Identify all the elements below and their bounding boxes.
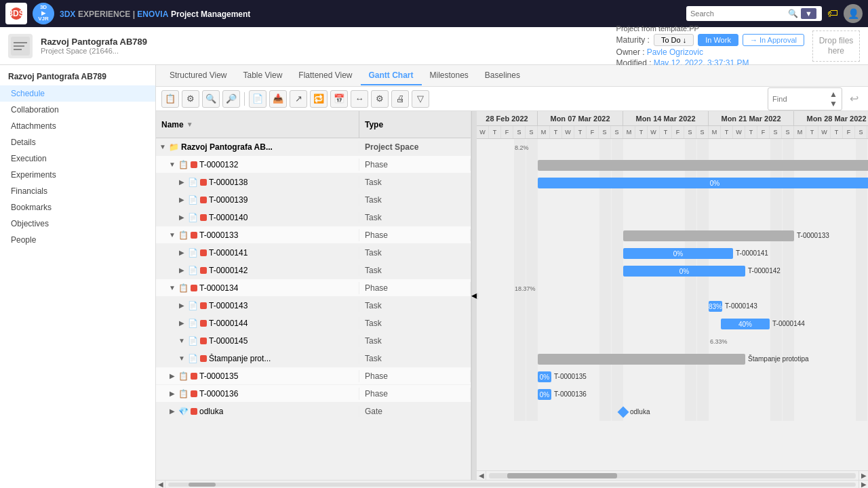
gantt-row[interactable]: odluka <box>477 403 868 421</box>
gantt-bar[interactable]: 0% <box>538 389 551 400</box>
toolbar-btn-filter[interactable]: ▽ <box>412 90 429 108</box>
sidebar-item-schedule[interactable]: Schedule <box>0 85 155 102</box>
sidebar-item-financials[interactable]: Financials <box>0 183 155 199</box>
table-row[interactable]: ▶📄T-0000140Task <box>156 209 471 226</box>
gantt-row[interactable]: 83%T-0000143 <box>477 298 868 315</box>
table-row[interactable]: ▶📄T-0000143Task <box>156 297 471 314</box>
sidebar-project-title[interactable]: Razvoj Pantografa AB789 <box>0 68 155 85</box>
expand-button[interactable]: ▼ <box>159 143 167 151</box>
expand-button[interactable]: ▼ <box>178 354 186 363</box>
collapse-handle[interactable]: ◀ <box>471 111 477 480</box>
table-row[interactable]: ▼📋T-0000132Phase <box>156 156 471 174</box>
find-box[interactable]: ▲▼ <box>768 87 842 110</box>
expand-button[interactable]: ▶ <box>178 319 186 327</box>
sidebar-item-people[interactable]: People <box>0 232 155 248</box>
col-name-filter[interactable]: ▼ <box>184 119 196 129</box>
expand-button[interactable]: ▶ <box>178 214 186 222</box>
sidebar-item-collaboration[interactable]: Collaboration <box>0 102 155 118</box>
sidebar-item-attachments[interactable]: Attachments <box>0 118 155 134</box>
scroll-left-arrow[interactable]: ◀ <box>477 471 486 481</box>
toolbar-btn-5[interactable]: 📄 <box>249 90 267 108</box>
sidebar-item-experiments[interactable]: Experiments <box>0 167 155 183</box>
table-row[interactable]: ▶📄T-0000138Task <box>156 174 471 191</box>
toolbar-btn-1[interactable]: 📋 <box>161 90 179 108</box>
sidebar-item-details[interactable]: Details <box>0 134 155 150</box>
toolbar-btn-11[interactable]: ⚙ <box>371 90 389 108</box>
user-avatar[interactable]: 👤 <box>844 4 863 23</box>
toolbar-btn-6[interactable]: 📥 <box>269 90 287 108</box>
gantt-bar[interactable] <box>538 354 745 365</box>
maturity-todo-button[interactable]: To Do ↓ <box>654 34 694 46</box>
table-row[interactable]: ▼📁Razvoj Pantografa AB...Project Space <box>156 138 471 156</box>
find-input[interactable] <box>772 95 827 103</box>
gantt-bar[interactable] <box>623 230 794 241</box>
view-tab-table[interactable]: Table View <box>235 66 291 85</box>
view-tab-milestones[interactable]: Milestones <box>422 66 477 85</box>
expand-button[interactable]: ▼ <box>168 161 176 169</box>
h-scroll-right[interactable]: ▶ <box>859 480 868 489</box>
gantt-bar[interactable]: 83% <box>709 301 722 312</box>
app-icon[interactable]: 3D▶VJR <box>33 3 54 24</box>
gantt-row[interactable]: Štampanje prototipa <box>477 350 868 368</box>
toolbar-btn-7[interactable]: ↗ <box>290 90 307 108</box>
gantt-bar[interactable]: 0% <box>538 178 868 188</box>
expand-button[interactable]: ▶ <box>168 407 176 415</box>
table-row[interactable]: ▶📄T-0000141Task <box>156 244 471 262</box>
gantt-row[interactable]: 18.37% <box>477 280 868 298</box>
table-row[interactable]: ▶📄T-0000142Task <box>156 262 471 279</box>
sidebar-item-bookmarks[interactable]: Bookmarks <box>0 199 155 216</box>
search-input[interactable] <box>690 9 785 18</box>
gantt-row[interactable]: 40%T-0000144 <box>477 315 868 333</box>
expand-button[interactable]: ▼ <box>168 284 176 292</box>
expand-button[interactable]: ▶ <box>178 249 186 257</box>
gantt-row[interactable]: 8.2% <box>477 139 868 157</box>
expand-button[interactable]: ▶ <box>168 372 176 380</box>
view-tab-flattened[interactable]: Flattened View <box>290 66 360 85</box>
bookmarks-icon[interactable]: 🏷 <box>827 7 838 20</box>
view-tab-structured[interactable]: Structured View <box>161 66 235 85</box>
expand-button[interactable]: ▶ <box>178 302 186 310</box>
table-row[interactable]: ▼📄T-0000145Task <box>156 332 471 350</box>
gantt-row[interactable]: 0%T-0000140 <box>477 209 868 227</box>
sidebar-item-execution[interactable]: Execution <box>0 150 155 167</box>
gantt-row[interactable]: 0% <box>477 174 868 192</box>
view-tab-baselines[interactable]: Baselines <box>477 66 528 85</box>
file-drop-zone[interactable]: Drop files here <box>812 30 860 62</box>
gantt-bar[interactable]: 40% <box>721 319 770 329</box>
gantt-bar[interactable] <box>538 160 868 171</box>
gantt-row[interactable]: 0%T-0000141 <box>477 245 868 262</box>
h-scroll-left[interactable]: ◀ <box>156 480 165 489</box>
toolbar-btn-8[interactable]: 🔁 <box>310 90 328 108</box>
toolbar-btn-3[interactable]: 🔍 <box>202 90 220 108</box>
toolbar-btn-9[interactable]: 📅 <box>330 90 348 108</box>
expand-button[interactable]: ▶ <box>168 390 176 398</box>
expand-button[interactable]: ▶ <box>178 266 186 274</box>
gantt-bar[interactable]: 0% <box>623 266 745 277</box>
table-row[interactable]: ▶📄T-0000139Task <box>156 191 471 209</box>
toolbar-btn-4[interactable]: 🔎 <box>222 90 240 108</box>
table-row[interactable]: ▼📋T-0000134Phase <box>156 279 471 297</box>
table-row[interactable]: ▼📋T-0000133Phase <box>156 226 471 244</box>
gantt-row[interactable]: 0%T-0000135 <box>477 368 868 386</box>
expand-button[interactable]: ▼ <box>178 337 186 345</box>
expand-button[interactable]: ▶ <box>178 196 186 204</box>
toolbar-btn-10[interactable]: ↔ <box>351 90 368 108</box>
gantt-row[interactable]: 0%T-0000139 <box>477 192 868 209</box>
gantt-bar[interactable]: 0% <box>623 248 733 259</box>
maturity-inwork-button[interactable]: In Work <box>698 34 738 46</box>
company-logo[interactable]: 3DS <box>5 3 27 24</box>
sidebar-item-objectives[interactable]: Objectives <box>0 216 155 232</box>
expand-button[interactable]: ▼ <box>168 231 176 239</box>
bottom-scrollbar[interactable]: ◀ ▶ <box>477 470 868 480</box>
toolbar-btn-2[interactable]: ⚙ <box>182 90 199 108</box>
maturity-approval-button[interactable]: → In Approval <box>743 34 804 46</box>
undo-button[interactable]: ↩ <box>845 90 863 108</box>
scrollbar-thumb[interactable] <box>507 473 617 479</box>
table-row[interactable]: ▼📄Štampanje prot...Task <box>156 350 471 367</box>
gantt-row[interactable]: T-0000133 <box>477 227 868 245</box>
table-row[interactable]: ▶💎odlukaGate <box>156 403 471 420</box>
gantt-row[interactable]: 0%T-0000136 <box>477 386 868 403</box>
view-tab-gantt[interactable]: Gantt Chart <box>361 66 422 85</box>
table-row[interactable]: ▶📋T-0000136Phase <box>156 385 471 403</box>
search-bar[interactable]: 🔍 ▼ <box>686 6 822 21</box>
